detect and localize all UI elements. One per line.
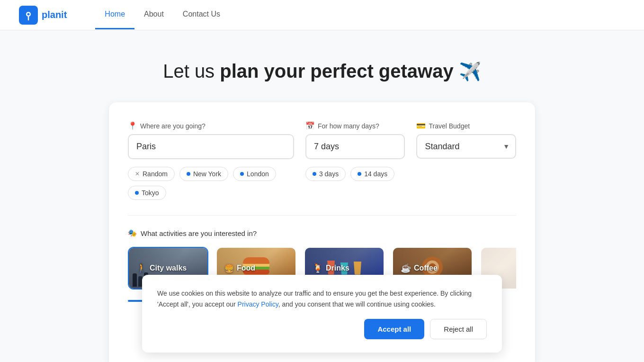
food-label: Food <box>237 264 255 272</box>
coffee-label: Coffee <box>414 264 438 272</box>
days-label: 📅 For how many days? <box>305 121 405 130</box>
destination-label: 📍 Where are you going? <box>128 121 294 130</box>
quick-pick-tokyo[interactable]: Tokyo <box>128 186 166 200</box>
section-divider <box>128 215 516 216</box>
form-row: 📍 Where are you going? ✕ Random New York… <box>128 121 516 200</box>
cookie-text: We use cookies on this website to analyz… <box>157 288 487 309</box>
accept-all-button[interactable]: Accept all <box>364 319 424 339</box>
budget-select-wrapper: Standard Budget Luxury ▼ <box>416 134 516 159</box>
budget-select[interactable]: Standard Budget Luxury <box>416 134 516 159</box>
destination-input[interactable] <box>128 134 294 159</box>
logo-icon <box>19 6 38 25</box>
logo[interactable]: planit <box>19 6 67 25</box>
food-icon: 🍔 <box>224 264 234 273</box>
location-icon: 📍 <box>128 121 137 130</box>
logo-text: planit <box>42 9 67 20</box>
days-group: 📅 For how many days? 3 days 14 days <box>305 121 405 200</box>
city-walks-icon: 🚶 <box>136 263 147 273</box>
navbar: planit Home About Contact Us <box>0 0 644 30</box>
nav-contact[interactable]: Contact Us <box>173 0 230 29</box>
drinks-icon: 🍹 <box>313 263 323 273</box>
destination-quick-picks: ✕ Random New York London Tokyo <box>128 167 294 200</box>
cookie-banner: We use cookies on this website to analyz… <box>142 275 502 353</box>
privacy-policy-link[interactable]: Privacy Policy <box>238 300 278 308</box>
quick-pick-london[interactable]: London <box>233 167 276 181</box>
drinks-label: Drinks <box>326 264 349 272</box>
cookie-buttons: Accept all Reject all <box>157 319 487 339</box>
quick-pick-new-york[interactable]: New York <box>179 167 228 181</box>
coffee-icon: ☕ <box>401 263 411 273</box>
destination-group: 📍 Where are you going? ✕ Random New York… <box>128 121 294 200</box>
nav-home[interactable]: Home <box>95 0 134 29</box>
nav-about[interactable]: About <box>134 0 173 29</box>
budget-group: 💳 Travel Budget Standard Budget Luxury ▼ <box>416 121 516 200</box>
calendar-icon: 📅 <box>305 121 315 130</box>
quick-pick-random[interactable]: ✕ Random <box>128 167 175 181</box>
hero-title: Let us plan your perfect getaway ✈️ <box>9 59 635 83</box>
nav-links: Home About Contact Us <box>95 0 230 29</box>
svg-point-1 <box>27 13 30 15</box>
reject-all-button[interactable]: Reject all <box>430 319 487 339</box>
quick-pick-3days[interactable]: 3 days <box>305 167 346 181</box>
days-input[interactable] <box>305 134 405 159</box>
city-walks-label: City walks <box>150 264 187 272</box>
quick-pick-14days[interactable]: 14 days <box>350 167 394 181</box>
budget-icon: 💳 <box>416 121 426 130</box>
days-quick-picks: 3 days 14 days <box>305 167 405 181</box>
budget-label: 💳 Travel Budget <box>416 121 516 130</box>
activities-label: 🎭 What activities are you interested in? <box>128 229 516 237</box>
hero-section: Let us plan your perfect getaway ✈️ <box>0 30 644 102</box>
activities-icon: 🎭 <box>128 229 137 237</box>
scroll-dot-1 <box>128 300 143 302</box>
